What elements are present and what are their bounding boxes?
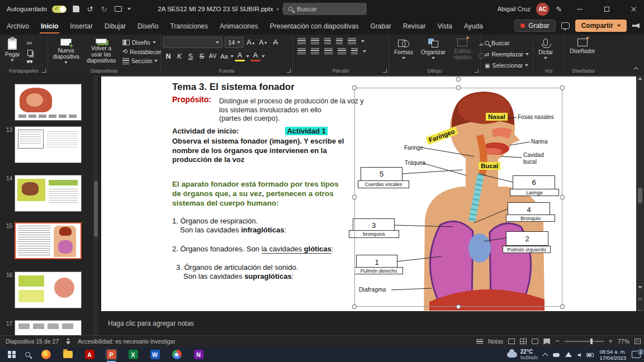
- change-case-chevron-icon[interactable]: [230, 55, 234, 58]
- canvas-scroll-thumb[interactable]: [638, 188, 642, 203]
- replace-button[interactable]: ⇄Reemplazar: [483, 50, 531, 58]
- quick-styles-button[interactable]: Estilos rápidos: [451, 37, 475, 65]
- tab-ayuda[interactable]: Ayuda: [463, 19, 484, 34]
- zoom-slider[interactable]: [565, 341, 604, 342]
- thumbnail-preview[interactable]: [15, 84, 82, 121]
- autosave-toggle[interactable]: [52, 6, 67, 13]
- tab-insertar[interactable]: Insertar: [69, 19, 94, 34]
- copy-button[interactable]: [25, 49, 35, 56]
- canvas-scrollbar[interactable]: [636, 75, 644, 335]
- shrink-font-button[interactable]: A▼: [258, 37, 268, 48]
- tab-revisar[interactable]: Revisar: [402, 19, 427, 34]
- font-color-chevron-icon[interactable]: [262, 55, 265, 58]
- zoom-level[interactable]: 77%: [618, 338, 629, 345]
- scroll-down-arrow-icon[interactable]: [638, 286, 642, 289]
- text-highlight-button[interactable]: A: [235, 51, 245, 61]
- select-button[interactable]: ▣Seleccionar: [483, 61, 531, 69]
- activity-paragraph[interactable]: Observa el sistema fonador (imagen). Y e…: [172, 137, 344, 165]
- minimize-button[interactable]: [569, 0, 590, 18]
- slide-sorter-view-button[interactable]: [520, 339, 527, 344]
- reading-view-button[interactable]: [532, 339, 538, 344]
- comments-icon[interactable]: [561, 22, 570, 29]
- selection-handle-middle-right[interactable]: [560, 195, 565, 199]
- tab-grabar[interactable]: Grabar: [369, 19, 392, 34]
- paste-button[interactable]: Pegar: [2, 37, 23, 65]
- redo-button[interactable]: ↻: [100, 4, 108, 13]
- restore-button[interactable]: [596, 0, 617, 18]
- taskbar-app-firefox[interactable]: [40, 349, 52, 360]
- selection-handle-top-center[interactable]: [456, 85, 461, 90]
- thumbnail-preview[interactable]: [15, 320, 82, 335]
- format-painter-button[interactable]: [25, 58, 35, 65]
- coming-soon-megaphone-icon[interactable]: [632, 23, 640, 28]
- underline-button[interactable]: S: [186, 51, 196, 61]
- layout-button[interactable]: Diseño: [121, 39, 163, 46]
- thumbnail-item[interactable]: 13: [2, 126, 82, 163]
- new-slide-button[interactable]: Nueva diapositiva: [50, 37, 82, 65]
- designer-button[interactable]: Diseñador: [567, 37, 598, 65]
- fit-slide-to-window-button[interactable]: [634, 339, 641, 344]
- taskbar-app-excel[interactable]: X: [127, 349, 139, 360]
- dictate-button[interactable]: Dictar: [536, 37, 556, 65]
- thumbnail-item-selected[interactable]: 15: [2, 222, 82, 259]
- thumbnail-item[interactable]: 17: [2, 320, 82, 335]
- find-button[interactable]: Buscar: [483, 39, 531, 47]
- numbering-icon[interactable]: [311, 38, 319, 44]
- selection-handle-bottom-left[interactable]: [352, 304, 357, 309]
- notes-toggle[interactable]: Notas: [488, 338, 503, 345]
- save-button[interactable]: [72, 4, 80, 13]
- thumbnail-item[interactable]: 14: [2, 175, 82, 212]
- customize-qat-chevron-icon[interactable]: [127, 8, 131, 10]
- list-item-2[interactable]: 2. Órganos fonadores. Son la cavidades g…: [172, 245, 333, 254]
- slideshow-view-button[interactable]: [543, 339, 550, 345]
- thumbnail-preview[interactable]: [15, 175, 82, 212]
- change-case-button[interactable]: Aa: [219, 51, 229, 61]
- thumbnail-preview[interactable]: [15, 126, 82, 163]
- clear-formatting-button[interactable]: A: [271, 37, 281, 48]
- text-direction-chevron-icon[interactable]: [363, 50, 366, 53]
- line-spacing-chevron-icon[interactable]: [361, 40, 364, 42]
- bullets-icon[interactable]: [297, 38, 306, 44]
- list-item-1[interactable]: 1. Órganos de respiración. Son las cavid…: [172, 217, 286, 235]
- activity-heading[interactable]: Actividad de inicio: Actividad 1: [172, 127, 328, 136]
- record-button[interactable]: Grabar: [514, 20, 555, 32]
- anatomy-image[interactable]: Nasal Faríngeo Bucal Fosas nasales Farin…: [347, 80, 570, 311]
- tab-diseno[interactable]: Diseño: [136, 19, 159, 34]
- selection-handle-bottom-right[interactable]: [560, 304, 565, 309]
- justify-icon[interactable]: [338, 48, 346, 54]
- collapse-ribbon-button[interactable]: [632, 66, 641, 73]
- ink-pen-icon[interactable]: ✎: [555, 4, 564, 13]
- onedrive-tray-icon[interactable]: [553, 352, 560, 358]
- slide-title[interactable]: Tema 3. El sistema fonador: [172, 82, 295, 93]
- start-button[interactable]: [8, 351, 16, 359]
- tab-presentacion[interactable]: Presentación con diapositivas: [269, 19, 360, 34]
- weather-widget[interactable]: 22°C Nublado: [507, 349, 538, 360]
- clipboard-dialog-launcher[interactable]: [42, 69, 46, 73]
- font-name-combo[interactable]: [163, 37, 222, 48]
- thumbnail-item[interactable]: 16: [2, 272, 82, 308]
- tray-show-hidden-icons-chevron[interactable]: [543, 353, 548, 358]
- line-spacing-icon[interactable]: [348, 38, 356, 44]
- tab-transiciones[interactable]: Transiciones: [169, 19, 209, 34]
- taskbar-app-powerpoint[interactable]: P: [105, 349, 117, 360]
- thumbnail-preview[interactable]: [15, 222, 82, 259]
- decrease-indent-icon[interactable]: [324, 38, 331, 44]
- zoom-in-button[interactable]: +: [609, 339, 613, 344]
- zoom-out-button[interactable]: −: [555, 339, 560, 344]
- thumbnail-preview[interactable]: [15, 272, 82, 308]
- shapes-button[interactable]: Formas: [391, 37, 416, 65]
- grow-font-button[interactable]: A▲: [246, 37, 256, 48]
- close-button[interactable]: [623, 0, 644, 18]
- strikethrough-button[interactable]: S: [197, 51, 207, 61]
- reuse-slides-button[interactable]: Volver a usar las diapositivas: [84, 37, 119, 65]
- taskbar-search-icon[interactable]: [25, 352, 30, 357]
- selection-handle-middle-left[interactable]: [352, 195, 357, 199]
- taskbar-app-file-explorer[interactable]: [61, 349, 74, 360]
- increase-indent-icon[interactable]: [336, 38, 343, 44]
- tab-vista[interactable]: Vista: [437, 19, 453, 34]
- align-left-icon[interactable]: [297, 48, 306, 54]
- drawing-dialog-launcher[interactable]: [475, 69, 479, 73]
- slide-surface[interactable]: Tema 3. El sistema fonador Propósito: Di…: [101, 77, 636, 311]
- align-right-icon[interactable]: [324, 48, 333, 54]
- scroll-up-arrow-icon[interactable]: [638, 77, 642, 80]
